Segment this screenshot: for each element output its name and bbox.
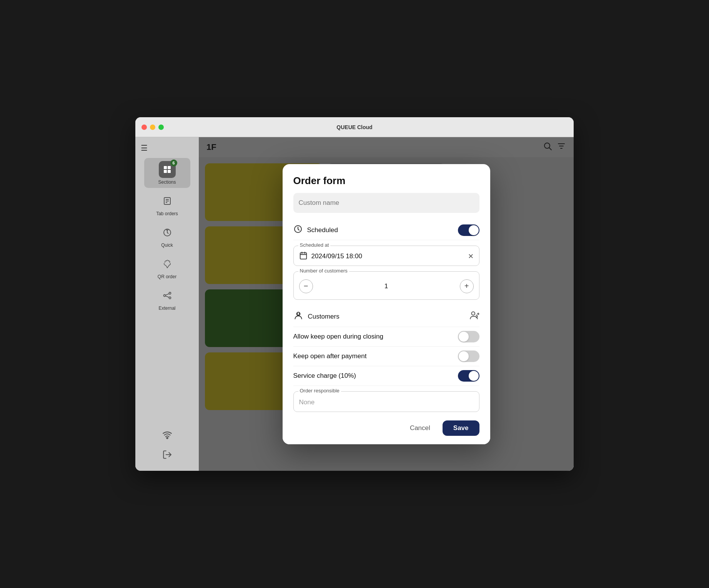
allow-keep-open-toggle[interactable] [458, 331, 479, 342]
window-title: QUEUE Cloud [336, 124, 372, 130]
modal-body: Scheduled Scheduled at [283, 193, 490, 414]
modal-overlay: Order form [199, 137, 574, 471]
keep-open-after-thumb [459, 351, 469, 361]
svg-rect-1 [168, 166, 171, 169]
minimize-button[interactable] [150, 125, 155, 130]
service-charge-label: Service charge (10%) [293, 372, 356, 380]
app-content: ☰ 6 Sections [135, 137, 574, 471]
save-button[interactable]: Save [443, 420, 479, 436]
num-customers-legend: Number of customers [298, 268, 349, 274]
customers-face-icon [293, 311, 303, 323]
svg-point-14 [166, 437, 168, 439]
svg-rect-0 [164, 166, 167, 169]
scheduled-at-legend: Scheduled at [298, 242, 331, 248]
titlebar: QUEUE Cloud [135, 117, 574, 137]
wifi-icon[interactable] [159, 426, 176, 443]
service-charge-row: Service charge (10%) [293, 366, 479, 386]
num-customers-row: − 1 + [299, 277, 474, 296]
sections-badge: 6 [170, 159, 177, 166]
svg-rect-2 [164, 170, 167, 173]
svg-line-13 [165, 296, 169, 297]
menu-icon[interactable]: ☰ [141, 143, 193, 153]
svg-point-28 [299, 313, 300, 314]
calendar-icon [299, 251, 308, 262]
sidebar-item-qr-order-label: QR order [158, 274, 176, 279]
clear-date-button[interactable]: ✕ [468, 252, 474, 261]
num-customers-box: Number of customers − 1 + [293, 271, 479, 300]
sidebar-bottom [159, 426, 176, 466]
svg-point-10 [169, 292, 171, 294]
order-responsible-legend: Order responsible [298, 388, 341, 394]
order-responsible-value: None [299, 397, 474, 408]
scheduled-label: Scheduled [307, 226, 338, 234]
maximize-button[interactable] [158, 125, 164, 130]
increment-customers-button[interactable]: + [460, 279, 474, 293]
sidebar-item-external[interactable]: External [144, 284, 190, 314]
svg-line-12 [165, 294, 169, 295]
keep-open-after-label: Keep open after payment [293, 352, 367, 360]
sidebar-item-sections[interactable]: 6 Sections [144, 158, 190, 188]
allow-keep-open-row: Allow keep open during closing [293, 327, 479, 347]
add-customer-button[interactable] [469, 311, 479, 323]
svg-point-27 [296, 313, 297, 314]
service-charge-thumb [469, 371, 479, 381]
keep-open-after-toggle[interactable] [458, 350, 479, 362]
sidebar-item-external-label: External [158, 306, 175, 311]
scheduled-toggle-thumb [469, 225, 479, 235]
decrement-customers-button[interactable]: − [299, 279, 313, 293]
quick-icon [159, 224, 176, 241]
scheduled-toggle[interactable] [458, 224, 479, 236]
sidebar-item-tab-orders[interactable]: Tab orders [144, 189, 190, 219]
scheduled-row: Scheduled [293, 221, 479, 240]
sections-icon: 6 [159, 161, 176, 178]
main-area: 1F [199, 137, 574, 471]
allow-keep-open-thumb [459, 332, 469, 342]
svg-point-11 [169, 297, 171, 299]
customers-row: Customers [293, 305, 479, 327]
sidebar-item-sections-label: Sections [158, 179, 176, 185]
sidebar-item-quick[interactable]: Quick [144, 221, 190, 251]
tab-orders-icon [159, 193, 176, 209]
logout-icon[interactable] [159, 446, 176, 463]
sidebar-item-tab-orders-label: Tab orders [156, 211, 178, 216]
modal-title: Order form [293, 175, 479, 187]
keep-open-after-row: Keep open after payment [293, 347, 479, 366]
order-form-modal: Order form [283, 164, 490, 444]
sidebar-item-qr-order[interactable]: QR order [144, 252, 190, 282]
qr-order-icon [159, 256, 176, 272]
date-row: 2024/09/15 18:00 ✕ [299, 251, 474, 262]
scheduled-at-box: Scheduled at [293, 246, 479, 266]
svg-point-9 [163, 295, 165, 297]
cancel-button[interactable]: Cancel [403, 420, 437, 436]
svg-rect-22 [300, 252, 306, 259]
external-icon [159, 287, 176, 304]
clock-icon [293, 224, 303, 236]
custom-name-input[interactable] [293, 193, 479, 213]
svg-point-29 [471, 312, 475, 315]
close-button[interactable] [141, 125, 147, 130]
allow-keep-open-label: Allow keep open during closing [293, 333, 383, 341]
service-charge-toggle[interactable] [458, 370, 479, 382]
svg-rect-3 [168, 170, 171, 173]
customers-label: Customers [308, 313, 340, 321]
modal-header: Order form [283, 164, 490, 193]
sidebar-item-quick-label: Quick [161, 243, 173, 248]
app-window: QUEUE Cloud ☰ 6 Sections [135, 117, 574, 471]
customers-count: 1 [384, 282, 388, 290]
modal-footer: Cancel Save [283, 414, 490, 444]
order-responsible-box: Order responsible None [293, 391, 479, 412]
sidebar: ☰ 6 Sections [135, 137, 199, 471]
window-controls [141, 125, 164, 130]
scheduled-at-value: 2024/09/15 18:00 [311, 252, 362, 260]
